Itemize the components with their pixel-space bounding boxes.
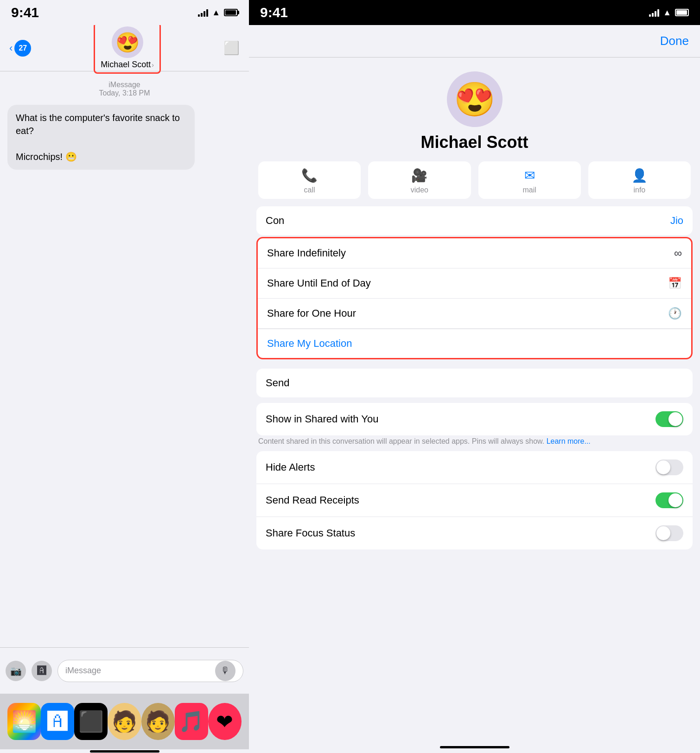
audio-button[interactable]: 🎙	[215, 661, 235, 681]
send-row-bg: Send	[256, 369, 693, 397]
back-button[interactable]: ‹ 27	[9, 40, 31, 57]
right-nav-bar: Done	[249, 25, 700, 57]
share-until-eod-label: Share Until End of Day	[267, 277, 371, 289]
hide-alerts-row: Hide Alerts	[256, 451, 693, 484]
message-bubble: What is the computer's favorite snack to…	[7, 105, 195, 170]
contact-row-right: Jio	[670, 215, 683, 227]
hide-alerts-toggle[interactable]	[655, 459, 683, 475]
music-app-icon[interactable]: 🎵	[175, 703, 208, 740]
toggle-knob-alerts	[656, 460, 670, 474]
share-until-end-of-day-row[interactable]: Share Until End of Day 📅	[258, 268, 691, 299]
action-buttons-row: 📞 call 🎥 video ✉ mail 👤 info	[249, 161, 700, 199]
hide-alerts-label: Hide Alerts	[266, 461, 315, 473]
share-until-eod-icon: 📅	[668, 277, 682, 290]
wifi-icon-right: ▲	[663, 8, 671, 18]
location-sharing-section: Share Indefinitely ∞ Share Until End of …	[256, 237, 693, 359]
contact-header-button[interactable]: 😍 Michael Scott ›	[94, 22, 161, 74]
share-indefinitely-row[interactable]: Share Indefinitely ∞	[258, 238, 691, 268]
sticker-app-icon[interactable]: ❤	[208, 703, 242, 740]
mail-icon: ✉	[524, 168, 535, 183]
share-focus-status-row: Share Focus Status	[256, 517, 693, 549]
battery-icon	[224, 9, 238, 16]
home-indicator-right	[440, 746, 509, 748]
contact-avatar-nav: 😍	[112, 26, 143, 58]
alerts-section: Hide Alerts Send Read Receipts Share Foc…	[256, 451, 693, 549]
status-icons-left: ▲	[198, 8, 238, 18]
status-time-right: 9:41	[260, 5, 288, 20]
profile-avatar: 😍	[447, 71, 503, 127]
message-input-field[interactable]: iMessage 🎙	[57, 660, 243, 682]
status-bar-right: 9:41 ▲	[249, 0, 700, 25]
shared-with-you-row: Show in Shared with You	[256, 403, 693, 435]
contact-profile: 😍 Michael Scott	[249, 57, 700, 161]
photos-app-icon[interactable]: 🌅	[7, 703, 41, 740]
info-icon: 👤	[631, 168, 648, 183]
messages-panel: 9:41 ▲ ‹ 27 😍 Michael Scott ›	[0, 0, 249, 753]
back-badge: 27	[14, 40, 31, 57]
status-bar-left: 9:41 ▲	[0, 0, 249, 25]
call-label: call	[304, 186, 315, 194]
battery-icon-right	[675, 9, 689, 16]
info-label: info	[633, 186, 645, 194]
status-time-left: 9:41	[11, 5, 39, 20]
toggle-knob-focus	[656, 526, 670, 540]
share-indefinitely-label: Share Indefinitely	[267, 247, 346, 259]
fitness-app-icon[interactable]: ⬛	[74, 703, 108, 740]
share-my-location-label: Share My Location	[267, 338, 352, 349]
messages-area: iMessage Today, 3:18 PM What is the comp…	[0, 71, 249, 647]
toggle-knob-read	[668, 493, 682, 507]
send-row-label: Send	[266, 377, 289, 389]
call-action-button[interactable]: 📞 call	[258, 161, 361, 199]
memoji1-app-icon[interactable]: 🧑	[108, 703, 141, 740]
wifi-icon: ▲	[212, 8, 220, 18]
status-icons-right: ▲	[649, 8, 689, 18]
share-one-hour-label: Share for One Hour	[267, 307, 356, 319]
message-input-placeholder: iMessage	[65, 666, 101, 676]
video-label: video	[411, 186, 428, 194]
share-focus-status-label: Share Focus Status	[266, 527, 355, 539]
video-call-button[interactable]: ⬜	[223, 40, 240, 56]
chevron-right-icon: ›	[152, 61, 154, 69]
dock-bar: 🌅 🅰 ⬛ 🧑 🧑 🎵 ❤	[0, 694, 249, 749]
settings-section: Show in Shared with You Content shared i…	[249, 403, 700, 549]
mail-action-button[interactable]: ✉ mail	[478, 161, 581, 199]
learn-more-link[interactable]: Learn more...	[547, 437, 591, 445]
send-read-receipts-toggle[interactable]	[655, 492, 683, 508]
shared-with-you-label: Show in Shared with You	[266, 413, 378, 425]
mail-label: mail	[522, 186, 536, 194]
send-read-receipts-label: Send Read Receipts	[266, 494, 359, 506]
chevron-left-icon: ‹	[9, 42, 13, 54]
contact-info-panel: 9:41 ▲ Done 😍 Michael Scott 📞 call	[249, 0, 700, 753]
info-action-button[interactable]: 👤 info	[588, 161, 691, 199]
share-one-hour-row[interactable]: Share for One Hour 🕐	[258, 299, 691, 329]
contact-row-left: Con	[266, 215, 284, 227]
share-one-hour-icon: 🕐	[668, 307, 682, 320]
home-indicator-left	[0, 749, 249, 753]
signal-icon-right	[649, 8, 659, 17]
send-read-receipts-row: Send Read Receipts	[256, 484, 693, 517]
shared-with-you-section: Show in Shared with You	[256, 403, 693, 435]
messages-nav-bar: ‹ 27 😍 Michael Scott › ⬜	[0, 25, 249, 71]
video-icon: 🎥	[411, 168, 427, 183]
appstore-app-icon[interactable]: 🅰	[41, 703, 74, 740]
share-focus-status-toggle[interactable]	[655, 525, 683, 541]
input-toolbar: 📷 🅰 iMessage 🎙	[0, 647, 249, 694]
done-button[interactable]: Done	[660, 34, 689, 48]
call-icon: 📞	[301, 168, 318, 183]
profile-name: Michael Scott	[420, 133, 528, 152]
message-timestamp: iMessage Today, 3:18 PM	[7, 81, 242, 97]
toggle-knob	[668, 412, 682, 426]
signal-icon	[198, 8, 208, 17]
shared-with-you-description: Content shared in this conversation will…	[256, 437, 693, 446]
contact-row-bg: Con Jio	[256, 206, 693, 235]
camera-button[interactable]: 📷	[6, 661, 26, 681]
shared-with-you-toggle[interactable]	[655, 411, 683, 427]
memoji2-app-icon[interactable]: 🧑	[141, 703, 175, 740]
video-action-button[interactable]: 🎥 video	[368, 161, 471, 199]
share-indefinitely-icon: ∞	[674, 247, 682, 260]
share-my-location-button[interactable]: Share My Location	[258, 329, 691, 358]
contact-name-nav: Michael Scott ›	[101, 60, 154, 70]
appstore-button[interactable]: 🅰	[32, 661, 52, 681]
